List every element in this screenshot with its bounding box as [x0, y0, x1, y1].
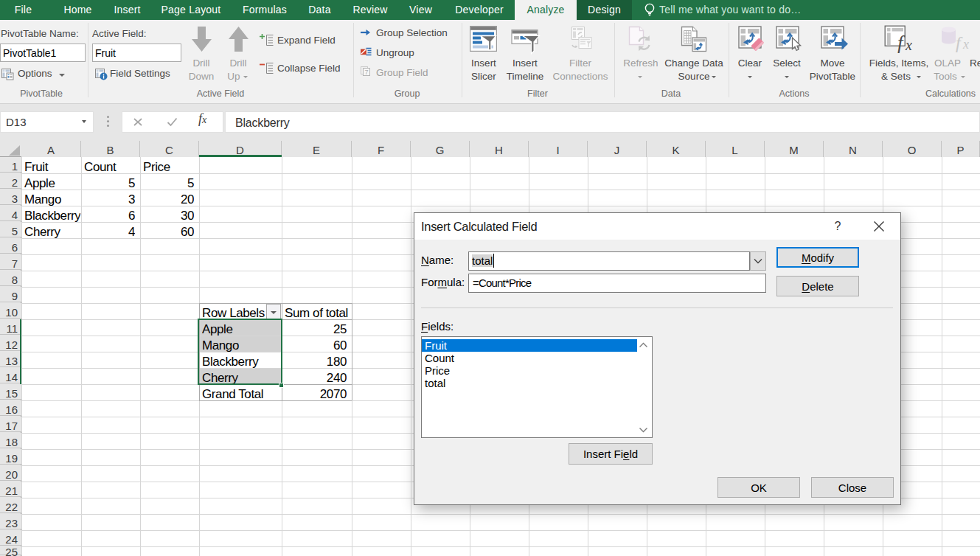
svg-text:x: x [962, 37, 969, 52]
svg-text:x: x [905, 37, 912, 53]
svg-text:f: f [956, 33, 963, 52]
svg-text:7: 7 [364, 69, 368, 76]
